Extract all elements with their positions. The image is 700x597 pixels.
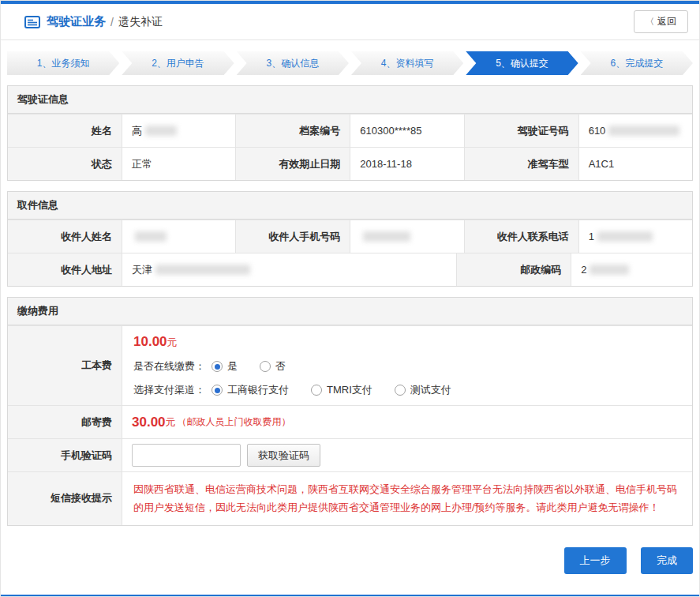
label-recipient-mobile: 收件人手机号码 [236,220,350,253]
section-title: 缴纳费用 [8,298,692,325]
radio-icon [395,385,406,396]
label-recipient-phone: 收件人联系电话 [465,220,579,253]
step-6-complete-submit: 6、完成提交 [581,51,693,75]
production-fee-content: 10.00元 是否在线缴费： 是 否 选择支付渠道： 工商银行支付 TMRI支付… [122,326,692,405]
redacted-blur [597,231,653,242]
label-name: 姓名 [8,115,122,147]
step-nav: 1、业务须知 2、用户申告 3、确认信息 4、资料填写 5、确认提交 6、完成提… [7,51,693,75]
sms-note-row: 短信接收提示 因陕西省联通、电信运营商技术问题，陕西省互联网交通安全综合服务管理… [8,471,692,525]
breadcrumb-current: 遗失补证 [118,15,163,29]
step-4-fill-materials: 4、资料填写 [351,51,463,75]
label-valid-until: 有效期止日期 [236,148,350,180]
label-license-no: 驾驶证号码 [465,115,579,147]
value-postal-code: 2 [571,253,692,286]
table-row: 姓名 高 档案编号 610300****85 驾驶证号码 610 [8,114,692,147]
page: 驾驶证业务 / 遗失补证 〈返回 1、业务须知 2、用户申告 3、确认信息 4、… [0,0,700,597]
online-pay-question: 是否在线缴费： [133,359,205,374]
label-sms-note: 短信接收提示 [8,472,122,525]
step-2-user-declaration: 2、用户申告 [122,51,234,75]
redacted-blur [135,231,167,242]
step-3-confirm-info: 3、确认信息 [237,51,349,75]
sms-code-row: 手机验证码 获取验证码 [8,438,692,471]
redacted-blur [608,126,679,136]
radio-icon [211,361,223,372]
value-recipient-phone: 1 [579,220,692,253]
step-1-business-notice: 1、业务须知 [7,51,119,75]
label-vehicle-class: 准驾车型 [465,148,579,180]
radio-online-yes[interactable]: 是 [211,359,238,374]
redacted-blur [363,231,410,242]
pay-channel-line: 选择支付渠道： 工商银行支付 TMRI支付 测试支付 [133,383,681,397]
radio-channel-tmri[interactable]: TMRI支付 [311,383,372,397]
label-recipient-name: 收件人姓名 [8,220,122,253]
get-sms-code-button[interactable]: 获取验证码 [247,444,320,467]
breadcrumb-separator: / [110,16,114,28]
sms-code-input[interactable] [132,444,241,467]
page-title: 驾驶证业务 [47,14,106,29]
sms-code-content: 获取验证码 [122,439,692,471]
label-file-no: 档案编号 [236,115,350,147]
value-license-no: 610 [579,115,692,147]
label-postage-fee: 邮寄费 [8,406,122,438]
radio-online-no[interactable]: 否 [260,359,286,374]
production-fee-amount: 10.00元 [133,334,681,350]
redacted-blur [590,265,629,275]
payment-section: 缴纳费用 工本费 10.00元 是否在线缴费： 是 否 选择支付渠道： 工商银行… [7,297,693,526]
redacted-blur [155,265,250,275]
action-bar: 上一步 完成 [7,536,693,595]
pay-channel-question: 选择支付渠道： [133,383,205,397]
value-status: 正常 [122,148,236,180]
table-row: 收件人姓名 收件人手机号码 收件人联系电话 1 [8,220,692,253]
back-button-label: 返回 [657,16,676,27]
label-postal-code: 邮政编码 [457,253,571,286]
online-pay-line: 是否在线缴费： 是 否 [133,359,681,374]
value-recipient-mobile [350,220,464,253]
redacted-blur [145,126,177,136]
postage-fee-row: 邮寄费 30.00元（邮政人员上门收取费用） [8,405,692,438]
radio-channel-test[interactable]: 测试支付 [395,383,451,397]
radio-icon [211,385,223,396]
label-production-fee: 工本费 [8,326,122,405]
label-sms-code: 手机验证码 [8,439,122,471]
label-recipient-address: 收件人地址 [8,253,122,286]
previous-step-button[interactable]: 上一步 [564,547,627,574]
chevron-left-icon: 〈 [646,17,654,26]
production-fee-row: 工本费 10.00元 是否在线缴费： 是 否 选择支付渠道： 工商银行支付 TM… [8,325,692,405]
value-recipient-address: 天津 [122,253,457,286]
pickup-info-section: 取件信息 收件人姓名 收件人手机号码 收件人联系电话 1 收件人地址 天津 邮政… [7,191,693,287]
postage-fee-content: 30.00元（邮政人员上门收取费用） [122,406,692,438]
section-title: 取件信息 [8,192,692,220]
back-button[interactable]: 〈返回 [634,10,688,33]
page-header: 驾驶证业务 / 遗失补证 〈返回 [1,4,699,40]
sms-note-text: 因陕西省联通、电信运营商技术问题，陕西省互联网交通安全综合服务管理平台无法向持陕… [122,472,692,525]
finish-button[interactable]: 完成 [641,547,693,574]
license-info-section: 驾驶证信息 姓名 高 档案编号 610300****85 驾驶证号码 610 状… [7,85,693,181]
value-name: 高 [122,115,236,147]
value-recipient-name [122,220,236,253]
step-5-confirm-submit: 5、确认提交 [466,51,578,75]
label-status: 状态 [8,148,122,180]
section-title: 驾驶证信息 [8,86,692,114]
radio-channel-icbc[interactable]: 工商银行支付 [211,383,289,397]
radio-icon [260,361,271,372]
table-row: 状态 正常 有效期止日期 2018-11-18 准驾车型 A1C1 [8,147,692,180]
value-file-no: 610300****85 [350,115,464,147]
value-vehicle-class: A1C1 [579,148,692,180]
table-row: 收件人地址 天津 邮政编码 2 [8,253,692,286]
value-valid-until: 2018-11-18 [350,148,464,180]
license-business-icon [24,16,40,28]
main-content: 驾驶证信息 姓名 高 档案编号 610300****85 驾驶证号码 610 状… [1,85,699,595]
radio-icon [311,385,322,396]
